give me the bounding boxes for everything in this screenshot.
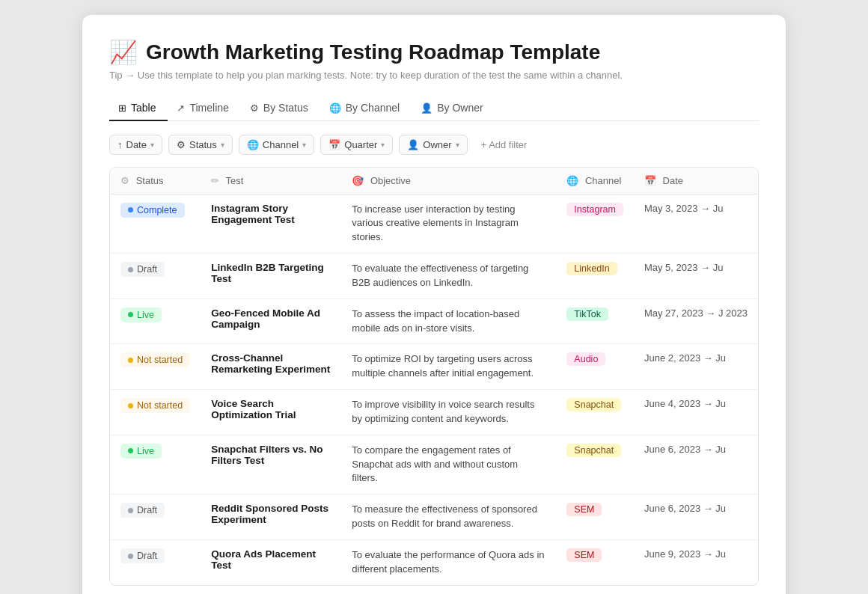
status-dot — [128, 267, 133, 272]
date-text: June 4, 2023 → Ju — [644, 398, 726, 409]
status-badge: Live — [120, 444, 162, 459]
status-filter-icon: ⚙ — [177, 139, 186, 150]
filter-date[interactable]: ↑ Date ▾ — [109, 135, 162, 155]
test-name: LinkedIn B2B Targeting Test — [211, 262, 324, 284]
cell-channel: Audio — [556, 344, 634, 390]
cell-channel: LinkedIn — [556, 254, 634, 299]
cell-status: Not started — [110, 390, 201, 435]
col-date: 📅 Date — [634, 168, 758, 195]
tab-bychannel-label: By Channel — [346, 102, 400, 114]
cell-objective: To evaluate the effectiveness of targeti… — [341, 254, 556, 299]
tab-byowner-label: By Owner — [437, 102, 483, 114]
channel-tag: SEM — [566, 503, 602, 516]
owner-filter-label: Owner — [423, 139, 451, 150]
cell-status: Live — [110, 435, 201, 495]
cell-test: Instagram Story Engagement Test — [201, 194, 341, 254]
objective-text: To increase user interaction by testing … — [352, 203, 519, 243]
col-channel-icon: 🌐 — [566, 175, 578, 186]
cell-date: June 2, 2023 → Ju — [634, 344, 758, 390]
tab-byowner[interactable]: 👤 By Owner — [412, 96, 495, 121]
objective-text: To evaluate the performance of Quora ads… — [352, 549, 544, 575]
owner-filter-icon: 👤 — [407, 139, 419, 150]
status-badge: Draft — [120, 503, 165, 518]
cell-channel: Snapchat — [556, 435, 634, 495]
cell-test: Cross-Channel Remarketing Experiment — [201, 344, 341, 390]
status-filter-label: Status — [189, 139, 217, 150]
test-name: Quora Ads Placement Test — [211, 548, 316, 571]
status-badge: Not started — [120, 398, 190, 413]
cell-test: Reddit Sponsored Posts Experiment — [201, 495, 341, 540]
date-text: May 5, 2023 → Ju — [644, 262, 724, 273]
page-header: 📈 Growth Marketing Testing Roadmap Templ… — [109, 39, 759, 65]
date-chevron: ▾ — [150, 141, 154, 149]
data-table-wrap: ⚙ Status ✏ Test 🎯 Objective 🌐 Channel — [109, 167, 759, 586]
test-name: Instagram Story Engagement Test — [211, 203, 295, 225]
cell-objective: To increase user interaction by testing … — [341, 194, 556, 254]
table-row[interactable]: LiveGeo-Fenced Mobile Ad CampaignTo asse… — [110, 298, 758, 344]
tab-bystatus-label: By Status — [263, 102, 308, 114]
channel-tag: SEM — [566, 548, 602, 562]
page-tip: Tip → Use this template to help you plan… — [109, 70, 759, 81]
table-row[interactable]: Not startedVoice Search Optimization Tri… — [110, 390, 758, 435]
page-title: Growth Marketing Testing Roadmap Templat… — [146, 40, 600, 64]
objective-text: To measure the effectiveness of sponsore… — [352, 503, 537, 529]
test-name: Voice Search Optimization Trial — [211, 398, 296, 420]
tab-table[interactable]: ⊞ Table — [109, 96, 168, 121]
filter-bar: ↑ Date ▾ ⚙ Status ▾ 🌐 Channel ▾ 📅 Quarte… — [109, 135, 759, 155]
filter-status[interactable]: ⚙ Status ▾ — [168, 135, 233, 155]
test-name: Cross-Channel Remarketing Experiment — [211, 352, 330, 375]
date-text: May 27, 2023 → J 2023 — [644, 307, 748, 319]
col-date-icon: 📅 — [644, 175, 656, 186]
filter-owner[interactable]: 👤 Owner ▾ — [399, 135, 467, 155]
channel-tag: LinkedIn — [566, 262, 617, 275]
cell-date: May 5, 2023 → Ju — [634, 254, 758, 299]
tab-bychannel[interactable]: 🌐 By Channel — [320, 96, 412, 121]
col-status-icon: ⚙ — [120, 175, 129, 186]
test-name: Geo-Fenced Mobile Ad Campaign — [211, 307, 320, 330]
date-filter-icon: ↑ — [117, 139, 123, 150]
main-card: 📈 Growth Marketing Testing Roadmap Templ… — [82, 15, 786, 594]
tab-table-label: Table — [131, 102, 156, 114]
cell-date: June 4, 2023 → Ju — [634, 390, 758, 435]
add-filter-button[interactable]: + Add filter — [474, 135, 535, 155]
cell-test: Voice Search Optimization Trial — [201, 390, 341, 435]
tab-bystatus[interactable]: ⚙ By Status — [241, 96, 320, 121]
cell-test: Quora Ads Placement Test — [201, 540, 341, 585]
channel-filter-label: Channel — [263, 139, 299, 150]
date-text: June 6, 2023 → Ju — [644, 444, 726, 455]
page-emoji: 📈 — [109, 39, 137, 65]
date-text: June 2, 2023 → Ju — [644, 352, 726, 364]
table-row[interactable]: Not startedCross-Channel Remarketing Exp… — [110, 344, 758, 390]
bychannel-icon: 🌐 — [329, 102, 341, 114]
status-dot — [128, 403, 133, 408]
cell-date: May 27, 2023 → J 2023 — [634, 298, 758, 344]
quarter-filter-icon: 📅 — [328, 139, 340, 150]
objective-text: To compare the engagement rates of Snapc… — [352, 444, 518, 484]
table-row[interactable]: CompleteInstagram Story Engagement TestT… — [110, 194, 758, 254]
cell-status: Draft — [110, 495, 201, 540]
cell-status: Live — [110, 298, 201, 344]
tab-timeline[interactable]: ↗ Timeline — [168, 96, 240, 121]
col-objective: 🎯 Objective — [341, 168, 556, 195]
owner-chevron: ▾ — [456, 141, 459, 149]
cell-status: Not started — [110, 344, 201, 390]
cell-objective: To improve visibility in voice search re… — [341, 390, 556, 435]
channel-tag: Instagram — [566, 203, 623, 216]
test-name: Reddit Sponsored Posts Experiment — [211, 503, 328, 525]
status-dot — [128, 312, 133, 317]
cell-date: May 3, 2023 → Ju — [634, 194, 758, 254]
table-row[interactable]: DraftLinkedIn B2B Targeting TestTo evalu… — [110, 254, 758, 299]
table-row[interactable]: DraftReddit Sponsored Posts ExperimentTo… — [110, 495, 758, 540]
filter-channel[interactable]: 🌐 Channel ▾ — [239, 135, 314, 155]
filter-quarter[interactable]: 📅 Quarter ▾ — [320, 135, 393, 155]
cell-objective: To optimize ROI by targeting users acros… — [341, 344, 556, 390]
cell-objective: To measure the effectiveness of sponsore… — [341, 495, 556, 540]
table-row[interactable]: LiveSnapchat Filters vs. No Filters Test… — [110, 435, 758, 495]
cell-channel: SEM — [556, 495, 634, 540]
objective-text: To assess the impact of location-based m… — [352, 308, 519, 334]
date-text: June 6, 2023 → Ju — [644, 503, 726, 514]
cell-test: Snapchat Filters vs. No Filters Test — [201, 435, 341, 495]
tab-bar: ⊞ Table ↗ Timeline ⚙ By Status 🌐 By Chan… — [109, 96, 759, 121]
table-row[interactable]: DraftQuora Ads Placement TestTo evaluate… — [110, 540, 758, 585]
test-name: Snapchat Filters vs. No Filters Test — [211, 444, 323, 466]
